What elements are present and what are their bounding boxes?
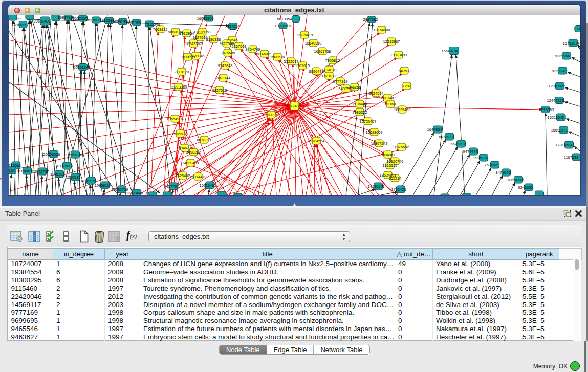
svg-text:9227342: 9227342: [552, 69, 567, 73]
svg-text:12213967: 12213967: [383, 39, 400, 44]
svg-text:8678331: 8678331: [197, 138, 212, 142]
svg-text:16782759: 16782759: [112, 187, 128, 192]
svg-text:7955812: 7955812: [325, 58, 340, 63]
svg-text:8912954: 8912954: [180, 31, 194, 36]
svg-text:10653267: 10653267: [71, 16, 88, 21]
svg-text:1640954: 1640954: [427, 127, 442, 132]
svg-text:14055712: 14055712: [12, 23, 29, 27]
svg-text:7986322: 7986322: [353, 110, 367, 115]
svg-text:9242848: 9242848: [218, 63, 233, 68]
svg-text:1733426: 1733426: [391, 187, 406, 192]
svg-text:1615152: 1615152: [383, 163, 398, 168]
svg-text:8186328: 8186328: [206, 37, 221, 42]
svg-text:9127509: 9127509: [193, 35, 208, 40]
svg-text:16648794: 16648794: [442, 49, 459, 53]
svg-text:1117: 1117: [575, 27, 580, 31]
svg-text:9777169: 9777169: [333, 79, 348, 84]
svg-text:17957253: 17957253: [81, 179, 98, 183]
svg-text:2367608: 2367608: [232, 44, 247, 49]
svg-text:9329966: 9329966: [555, 54, 570, 58]
svg-text:748500: 748500: [398, 69, 411, 73]
svg-text:10654112: 10654112: [507, 178, 524, 182]
svg-text:7515546: 7515546: [145, 22, 160, 27]
svg-text:10154808: 10154808: [374, 28, 390, 32]
svg-text:18807249: 18807249: [371, 141, 388, 146]
svg-text:3875685: 3875685: [221, 51, 235, 55]
svg-text:12213369: 12213369: [170, 85, 187, 90]
svg-text:8813054: 8813054: [277, 17, 292, 21]
svg-text:14099489: 14099489: [182, 161, 199, 165]
svg-text:15716485: 15716485: [200, 183, 216, 188]
svg-text:9827512: 9827512: [212, 88, 227, 93]
svg-text:1297: 1297: [403, 84, 411, 89]
svg-text:1250515: 1250515: [66, 175, 81, 180]
svg-text:1975692: 1975692: [395, 145, 409, 149]
svg-text:19218506: 19218506: [275, 24, 292, 28]
svg-text:9890133: 9890133: [181, 55, 195, 59]
svg-text:3498222: 3498222: [186, 150, 201, 155]
svg-text:6794028: 6794028: [322, 68, 337, 72]
svg-text:16961758: 16961758: [314, 49, 331, 54]
svg-text:18724007: 18724007: [286, 104, 303, 108]
svg-text:1621072: 1621072: [322, 74, 337, 78]
svg-text:20691406: 20691406: [34, 19, 51, 24]
svg-text:12323446: 12323446: [126, 191, 143, 195]
svg-text:12093822: 12093822: [549, 84, 565, 89]
svg-text:7357224: 7357224: [225, 24, 240, 29]
svg-text:9474444: 9474444: [463, 149, 478, 154]
svg-text:7632621: 7632621: [485, 163, 499, 167]
svg-text:19384554: 19384554: [308, 139, 325, 143]
svg-text:2803144: 2803144: [216, 76, 231, 80]
svg-text:1145193: 1145193: [50, 172, 64, 177]
svg-text:10688609: 10688609: [366, 130, 383, 135]
svg-text:8471676: 8471676: [496, 170, 511, 175]
svg-text:8938923: 8938923: [439, 135, 454, 139]
svg-text:13226058: 13226058: [194, 30, 211, 34]
svg-text:23300275: 23300275: [263, 113, 280, 117]
svg-text:19166827: 19166827: [172, 132, 189, 136]
svg-text:2136443: 2136443: [353, 102, 367, 106]
svg-text:2935114: 2935114: [473, 156, 488, 160]
svg-text:10958117: 10958117: [95, 183, 111, 188]
svg-text:3624554: 3624554: [369, 91, 384, 96]
svg-text:16033809: 16033809: [197, 16, 214, 21]
svg-text:1167533: 1167533: [564, 155, 578, 160]
svg-text:15720407: 15720407: [360, 119, 377, 124]
svg-text:9245652: 9245652: [518, 185, 533, 190]
svg-text:14136141: 14136141: [368, 184, 385, 189]
svg-text:2987682: 2987682: [363, 17, 378, 22]
svg-text:17016504: 17016504: [556, 143, 573, 147]
svg-text:7625402: 7625402: [176, 173, 190, 178]
svg-text:15751074: 15751074: [563, 41, 580, 46]
svg-text:18640910: 18640910: [305, 41, 322, 46]
svg-text:11156829: 11156829: [17, 169, 33, 173]
svg-text:1362615: 1362615: [295, 63, 310, 68]
svg-text:9457791: 9457791: [164, 184, 179, 189]
svg-text:16210643: 16210643: [548, 115, 564, 120]
svg-text:252214: 252214: [389, 176, 402, 181]
svg-text:16914479: 16914479: [190, 174, 207, 179]
svg-text:20206536: 20206536: [43, 152, 60, 157]
svg-text:1527602: 1527602: [86, 18, 101, 23]
svg-text:19654985: 19654985: [167, 117, 184, 121]
svg-text:16543362: 16543362: [185, 41, 202, 46]
svg-text:10973493: 10973493: [390, 53, 407, 57]
svg-text:15692971: 15692971: [551, 128, 568, 133]
svg-text:6679197: 6679197: [451, 142, 466, 146]
svg-text:3215953: 3215953: [539, 107, 554, 112]
svg-text:9084067: 9084067: [381, 152, 396, 157]
svg-text:12444153: 12444153: [547, 98, 564, 103]
svg-text:10975887: 10975887: [57, 164, 74, 168]
svg-text:7663822: 7663822: [153, 27, 168, 32]
svg-text:6497568: 6497568: [339, 86, 354, 91]
svg-text:10807487: 10807487: [379, 96, 396, 100]
svg-text:62160: 62160: [385, 102, 396, 106]
svg-text:17359924: 17359924: [65, 152, 82, 157]
svg-text:1588520: 1588520: [270, 55, 285, 59]
svg-text:1335061: 1335061: [9, 163, 21, 168]
svg-text:10025453: 10025453: [394, 107, 411, 112]
svg-text:8454749: 8454749: [246, 47, 260, 52]
svg-text:16671355: 16671355: [124, 20, 141, 25]
svg-text:12942757: 12942757: [32, 169, 49, 174]
svg-text:2718170: 2718170: [175, 70, 189, 74]
